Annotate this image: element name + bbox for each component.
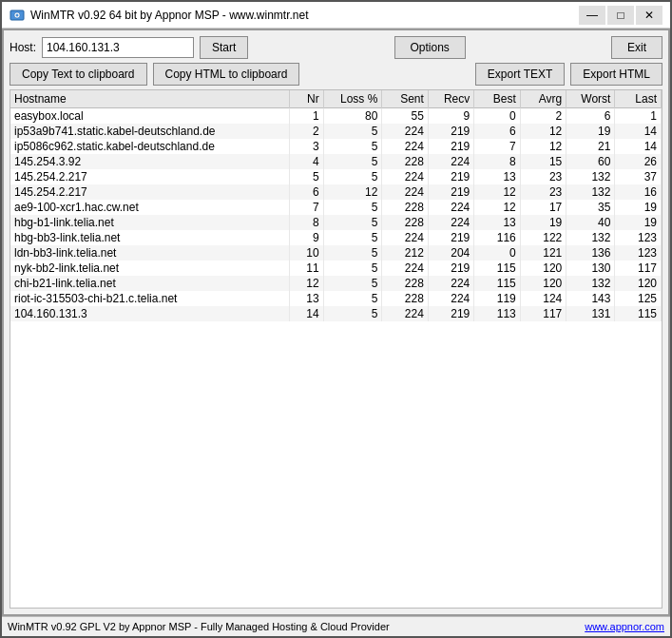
options-button[interactable]: Options <box>394 36 466 59</box>
table-cell: 224 <box>428 200 473 215</box>
table-cell: 13 <box>474 169 520 184</box>
table-cell: ip5086c962.static.kabel-deutschland.de <box>10 139 289 154</box>
table-cell: 8 <box>289 215 323 230</box>
host-label: Host: <box>10 41 36 54</box>
table-cell: 119 <box>474 291 520 306</box>
table-row: hbg-bb3-link.telia.net952242191161221321… <box>10 230 662 245</box>
table-row: ldn-bb3-link.telia.net105212204012113612… <box>10 245 662 261</box>
table-cell: 35 <box>566 200 615 215</box>
table-cell: 120 <box>520 261 566 276</box>
table-cell: 13 <box>289 291 323 306</box>
copy-html-button[interactable]: Copy HTML to clipboard <box>153 63 300 86</box>
table-cell: 21 <box>566 139 615 154</box>
table-cell: 120 <box>520 276 566 291</box>
table-cell: 5 <box>323 276 382 291</box>
col-header-nr: Nr <box>289 90 323 108</box>
table-cell: 60 <box>566 154 615 169</box>
table-cell: 219 <box>428 261 473 276</box>
table-cell: 80 <box>323 108 382 125</box>
table-cell: 132 <box>566 184 615 200</box>
table-cell: 228 <box>382 200 428 215</box>
table-cell: ldn-bb3-link.telia.net <box>10 245 289 261</box>
table-cell: 224 <box>382 139 428 154</box>
table-cell: 23 <box>520 169 566 184</box>
table-cell: 0 <box>474 245 520 261</box>
table-cell: 121 <box>520 245 566 261</box>
table-cell: 5 <box>323 306 382 321</box>
table-cell: 117 <box>520 306 566 321</box>
title-controls: — □ ✕ <box>579 6 662 25</box>
table-cell: 145.254.2.217 <box>10 169 289 184</box>
table-cell: hbg-b1-link.telia.net <box>10 215 289 230</box>
table-cell: 5 <box>323 200 382 215</box>
col-header-sent: Sent <box>382 90 428 108</box>
table-cell: 3 <box>289 139 323 154</box>
maximize-button[interactable]: □ <box>607 6 634 25</box>
table-body: easybox.local1805590261ip53a9b741.static… <box>10 108 662 322</box>
table-cell: 145.254.3.92 <box>10 154 289 169</box>
table-cell: 17 <box>520 200 566 215</box>
table-cell: 132 <box>566 276 615 291</box>
col-header-worst: Worst <box>566 90 615 108</box>
status-link[interactable]: www.appnor.com <box>585 621 664 632</box>
table-cell: 219 <box>428 124 473 139</box>
table-cell: 117 <box>615 261 662 276</box>
table-cell: 224 <box>382 184 428 200</box>
close-button[interactable]: ✕ <box>636 6 662 25</box>
status-bar: WinMTR v0.92 GPL V2 by Appnor MSP - Full… <box>2 616 670 636</box>
table-cell: 23 <box>520 184 566 200</box>
table-cell: 115 <box>474 261 520 276</box>
table-cell: chi-b21-link.telia.net <box>10 276 289 291</box>
table-row: nyk-bb2-link.telia.net115224219115120130… <box>10 261 662 276</box>
table-cell: 228 <box>382 276 428 291</box>
copy-text-button[interactable]: Copy Text to clipboard <box>10 63 147 86</box>
table-cell: 131 <box>566 306 615 321</box>
table-cell: 224 <box>382 124 428 139</box>
table-cell: 224 <box>382 169 428 184</box>
table-cell: 228 <box>382 215 428 230</box>
col-header-recv: Recv <box>428 90 473 108</box>
table-cell: 12 <box>289 276 323 291</box>
table-cell: 224 <box>382 230 428 245</box>
table-row: ip53a9b741.static.kabel-deutschland.de25… <box>10 124 662 139</box>
table-cell: ae9-100-xcr1.hac.cw.net <box>10 200 289 215</box>
col-header-best: Best <box>474 90 520 108</box>
table-cell: 9 <box>289 230 323 245</box>
data-table-container: Hostname Nr Loss % Sent Recv Best Avrg W… <box>10 89 662 609</box>
table-cell: 13 <box>474 215 520 230</box>
status-text: WinMTR v0.92 GPL V2 by Appnor MSP - Full… <box>8 621 390 632</box>
clipboard-row: Copy Text to clipboard Copy HTML to clip… <box>10 63 662 86</box>
table-cell: 228 <box>382 291 428 306</box>
start-button[interactable]: Start <box>200 36 248 59</box>
table-cell: 224 <box>428 291 473 306</box>
title-bar: WinMTR v0.92 64 bit by Appnor MSP - www.… <box>2 2 670 29</box>
table-cell: 1 <box>289 108 323 125</box>
main-window: WinMTR v0.92 64 bit by Appnor MSP - www.… <box>0 0 672 638</box>
table-cell: 16 <box>615 184 662 200</box>
minimize-button[interactable]: — <box>579 6 605 25</box>
exit-button[interactable]: Exit <box>611 36 662 59</box>
table-cell: 5 <box>323 154 382 169</box>
table-row: chi-b21-link.telia.net125228224115120132… <box>10 276 662 291</box>
table-header: Hostname Nr Loss % Sent Recv Best Avrg W… <box>10 90 662 108</box>
export-html-button[interactable]: Export HTML <box>570 63 662 86</box>
table-cell: 55 <box>382 108 428 125</box>
table-cell: 19 <box>566 124 615 139</box>
table-cell: 115 <box>615 306 662 321</box>
table-cell: 5 <box>323 215 382 230</box>
table-cell: 224 <box>428 276 473 291</box>
table-cell: 224 <box>382 261 428 276</box>
table-cell: 136 <box>566 245 615 261</box>
table-cell: easybox.local <box>10 108 289 125</box>
table-cell: 9 <box>428 108 473 125</box>
table-cell: 11 <box>289 261 323 276</box>
host-input[interactable] <box>42 37 194 58</box>
table-row: 104.160.131.3145224219113117131115 <box>10 306 662 321</box>
col-header-loss: Loss % <box>323 90 382 108</box>
table-cell: 19 <box>520 215 566 230</box>
export-text-button[interactable]: Export TEXT <box>475 63 565 86</box>
table-cell: 224 <box>428 215 473 230</box>
table-cell: 0 <box>474 108 520 125</box>
table-cell: 5 <box>323 124 382 139</box>
table-cell: 113 <box>474 306 520 321</box>
